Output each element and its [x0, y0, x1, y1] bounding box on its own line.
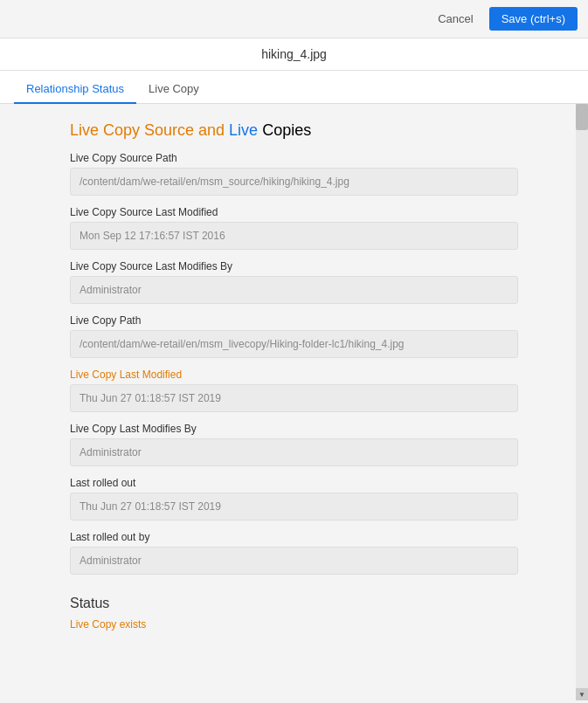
field-value-6: Thu Jun 27 01:18:57 IST 2019 — [70, 493, 518, 520]
field-3: Live Copy Path /content/dam/we-retail/en… — [70, 314, 518, 358]
field-2: Live Copy Source Last Modifies By Admini… — [70, 260, 518, 304]
file-title-bar: hiking_4.jpg — [0, 38, 588, 71]
field-value-3: /content/dam/we-retail/en/msm_livecopy/H… — [70, 330, 518, 358]
section-title-part2: Live — [229, 121, 258, 139]
scrollbar-down-arrow[interactable]: ▼ — [576, 688, 588, 700]
file-title: hiking_4.jpg — [261, 47, 327, 61]
field-value-1: Mon Sep 12 17:16:57 IST 2016 — [70, 222, 518, 250]
scrollbar-thumb[interactable] — [576, 104, 588, 130]
field-label-0: Live Copy Source Path — [70, 152, 518, 164]
field-6: Last rolled out Thu Jun 27 01:18:57 IST … — [70, 477, 518, 520]
field-label-1: Live Copy Source Last Modified — [70, 206, 518, 218]
field-5: Live Copy Last Modifies By Administrator — [70, 423, 518, 466]
status-value: Live Copy exists — [70, 618, 518, 631]
field-label-3: Live Copy Path — [70, 314, 518, 327]
field-label-2: Live Copy Source Last Modifies By — [70, 260, 518, 272]
content-wrapper: Live Copy Source and Live Copies Live Co… — [0, 104, 588, 700]
field-value-5: Administrator — [70, 438, 518, 466]
field-7: Last rolled out by Administrator — [70, 531, 518, 575]
scrollbar-track: ▲ ▼ — [576, 104, 588, 700]
section-title-part1: Live Copy Source and — [70, 121, 229, 139]
field-1: Live Copy Source Last Modified Mon Sep 1… — [70, 206, 518, 250]
field-value-7: Administrator — [70, 547, 518, 575]
section-title: Live Copy Source and Live Copies — [70, 121, 518, 140]
tab-live-copy[interactable]: Live Copy — [136, 75, 211, 104]
field-label-7: Last rolled out by — [70, 531, 518, 543]
header-bar: Cancel Save (ctrl+s) — [0, 0, 588, 38]
field-value-2: Administrator — [70, 276, 518, 304]
field-value-0: /content/dam/we-retail/en/msm_source/hik… — [70, 168, 518, 196]
field-4: Live Copy Last Modified Thu Jun 27 01:18… — [70, 369, 518, 412]
field-0: Live Copy Source Path /content/dam/we-re… — [70, 152, 518, 196]
field-value-4: Thu Jun 27 01:18:57 IST 2019 — [70, 384, 518, 412]
field-label-4: Live Copy Last Modified — [70, 369, 518, 381]
field-label-5: Live Copy Last Modifies By — [70, 423, 518, 435]
status-section: Status Live Copy exists — [70, 596, 518, 631]
tab-bar: Relationship Status Live Copy — [0, 71, 588, 104]
save-button[interactable]: Save (ctrl+s) — [489, 7, 578, 31]
tab-relationship-status[interactable]: Relationship Status — [14, 75, 136, 104]
section-title-part3: Copies — [258, 121, 311, 139]
cancel-button[interactable]: Cancel — [427, 7, 483, 31]
main-content: Live Copy Source and Live Copies Live Co… — [0, 104, 588, 700]
field-label-6: Last rolled out — [70, 477, 518, 489]
status-title: Status — [70, 596, 518, 611]
